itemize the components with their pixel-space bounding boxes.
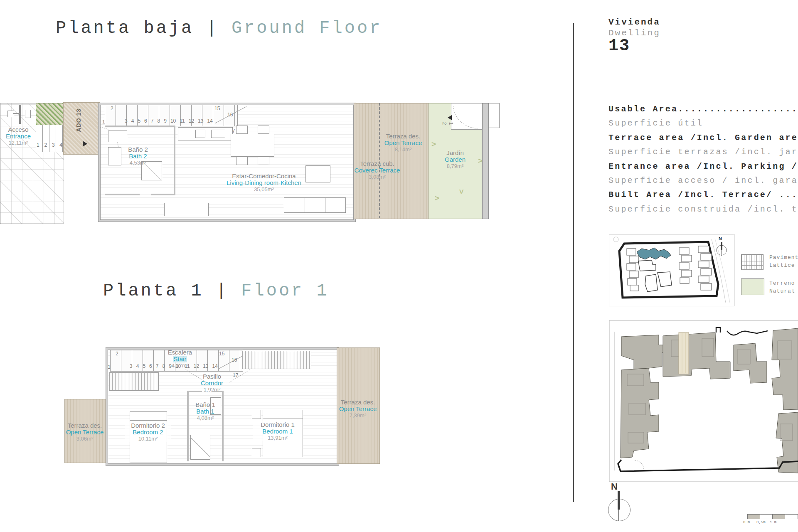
- legend-swatch-lattice: [741, 254, 764, 270]
- dorm2-es: Dormitorio 2: [125, 422, 171, 429]
- entrance-direction-arrow-icon: [83, 141, 87, 147]
- wardrobe-bedroom1: [242, 351, 311, 369]
- terrace-left-area: 3,06m²: [62, 436, 107, 442]
- area-row-en: Usable Area.............................…: [608, 102, 798, 116]
- terrace-left-es: Terraza des.: [62, 422, 107, 429]
- title-floor1-es: Planta 1: [103, 281, 204, 301]
- dining-chair: [258, 157, 269, 165]
- pasillo-area: 1,92m²: [191, 387, 233, 393]
- legend-lattice-text: Pavimento Lattice: [769, 254, 798, 269]
- legend-swatch-natural: [741, 278, 764, 295]
- planting-lattice: [36, 103, 64, 126]
- bath2-wall-bottom-b: [151, 194, 175, 195]
- bath2-wall-bottom-a: [105, 194, 140, 195]
- panel-divider: [573, 23, 574, 502]
- ground-floor-plan: Acceso Entrance 12,11m² 1234 ADO 13 2 1 …: [0, 99, 499, 224]
- terrace-right-area: 7,39m²: [333, 412, 382, 419]
- scale-label-05: 0,5m: [756, 520, 766, 525]
- bath2-washbasin: [108, 131, 127, 142]
- bath2-wall-top: [105, 126, 175, 127]
- acceso-es: Acceso: [1, 126, 36, 133]
- f1-stair-num-15: 15: [219, 351, 224, 357]
- stair-num-15: 15: [214, 106, 220, 111]
- bath2-area: 4,53m²: [113, 160, 163, 166]
- terraza-des-es: Terraza des.: [376, 133, 430, 140]
- area-row-es: Superficie acceso / incl. garaje /: [608, 174, 798, 188]
- gate-fixture: [7, 111, 14, 117]
- jardin-area: 8,79m²: [432, 163, 478, 170]
- stair-run-numbers: 34567891011121314: [125, 118, 213, 124]
- f1-stair-num-16: 16: [232, 357, 237, 363]
- terrace-left-en: Open Terrace: [62, 429, 107, 436]
- bath2-es: Baño 2: [113, 146, 163, 153]
- terraza-cub-area: 3,08m²: [351, 174, 403, 180]
- terraza-cub-es: Terraza cub.: [351, 160, 403, 167]
- dining-table: [231, 134, 274, 157]
- entrance-steps: [36, 125, 64, 152]
- title-separator-2: |: [216, 281, 229, 301]
- site-north-label: N: [611, 481, 618, 492]
- label-corridor: Pasillo Corridor 1,92m²: [191, 373, 233, 393]
- terraza-des-area: 8,14m²: [376, 146, 430, 153]
- bath1-area: 4,08m²: [187, 415, 224, 421]
- bath1-es: Baño 1: [187, 401, 224, 408]
- label-terrace-right: Terraza des. Open Terrace 7,39m²: [333, 399, 382, 419]
- wardrobe-bedroom2: [109, 372, 159, 391]
- site-plan: [609, 320, 798, 483]
- terraza-cub-en: Coverec Terrace: [351, 167, 403, 174]
- label-open-terrace-gf: Terraza des. Open Terrace 8,14m²: [376, 133, 430, 153]
- stair-num-16: 16: [227, 112, 233, 118]
- f1-stair-num-1: 1: [108, 364, 111, 370]
- area-row-es: Superficie útil: [608, 116, 798, 131]
- garden-arrow-icon: >: [435, 194, 439, 203]
- label-acceso: Acceso Entrance 12,11m²: [1, 126, 36, 146]
- terrace-right-en: Open Terrace: [333, 406, 382, 412]
- label-stair: Escalera Stair 4,17m²: [157, 349, 203, 369]
- floor1-plan: Terraza des. Open Terrace 3,06m² 2 1 345…: [62, 344, 383, 474]
- dining-chair: [258, 126, 269, 134]
- area-row-en: Built Area /Incl. Terrace/ .............: [608, 188, 798, 202]
- dwelling-number: 13: [608, 37, 630, 55]
- title-separator: |: [206, 18, 219, 38]
- acceso-en: Entrance: [1, 133, 36, 140]
- label-living: Estar-Comedor-Cocina Living-Dining room-…: [216, 173, 312, 193]
- scale-label-1: 1 m: [770, 520, 776, 525]
- jardin-es: Jardín: [432, 150, 478, 156]
- title-ground-floor: Planta baja | Ground Floor: [56, 18, 382, 38]
- sideboard: [164, 203, 209, 216]
- pasillo-es: Pasillo: [191, 373, 233, 380]
- dorm2-en: Bedroom 2: [125, 429, 171, 436]
- area-row: Terrace area /Incl. Garden area/ .......…: [608, 131, 798, 160]
- title-ground-en: Ground Floor: [232, 18, 382, 38]
- key-plan: N: [609, 234, 734, 306]
- legend-lattice-line1: Pavimento: [769, 254, 798, 261]
- label-bath2: Baño 2 Bath 2 4,53m²: [113, 146, 163, 166]
- entrance-step-numbers: 1234: [37, 142, 62, 148]
- living-area: 35,05m²: [216, 186, 312, 193]
- area-row-es: Superficie construida /incl. terraza/: [608, 202, 798, 217]
- kitchen-hob: [211, 130, 225, 138]
- stair-num-2: 2: [111, 106, 113, 111]
- label-covered-terrace: Terraza cub. Coverec Terrace 3,08m²: [351, 160, 403, 180]
- gate-rail: [13, 113, 20, 114]
- highlighted-dwelling-unit: [679, 332, 689, 374]
- stair-num-1: 1: [102, 119, 105, 125]
- pasillo-en: Corridor: [191, 380, 233, 387]
- areas-list: Usable Area.............................…: [608, 102, 798, 217]
- area-row: Usable Area.............................…: [608, 102, 798, 131]
- kitchen-sink: [195, 130, 205, 138]
- terraza-des-en: Open Terrace: [376, 140, 430, 146]
- living-en: Living-Dining room-Kitchen: [216, 180, 312, 186]
- dorm1-en: Bedroom 1: [253, 428, 303, 435]
- f1-stair-num-2: 2: [116, 351, 118, 357]
- garden-step-arrow-icon: [448, 115, 452, 120]
- jardin-en: Garden: [432, 156, 478, 163]
- area-row-en: Entrance area /Incl. Parking /..........: [608, 160, 798, 174]
- compass-needle-bottom: [618, 510, 619, 521]
- legend-natural-line1: Terreno: [769, 279, 795, 287]
- boundary-wall: [482, 103, 489, 219]
- bath1-wall-top-b: [212, 391, 224, 392]
- key-plan-north-icon: N: [719, 236, 722, 241]
- escalera-area: 4,17m²: [157, 362, 203, 369]
- pergola-post: [19, 105, 21, 124]
